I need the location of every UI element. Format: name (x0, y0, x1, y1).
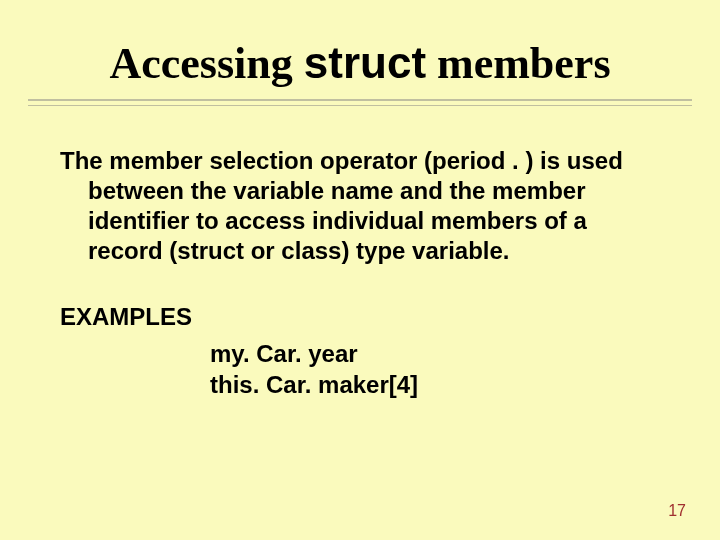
page-number: 17 (668, 502, 686, 520)
example-1: my. Car. year (60, 338, 660, 369)
body-area: The member selection operator (period . … (0, 106, 720, 400)
title-underline (28, 99, 692, 106)
main-paragraph: The member selection operator (period . … (60, 146, 660, 266)
slide: Accessing struct members The member sele… (0, 0, 720, 540)
title-struct-word: struct (304, 38, 426, 87)
examples-label: EXAMPLES (60, 302, 660, 332)
title-pre: Accessing (109, 39, 303, 88)
example-2: this. Car. maker[4] (60, 369, 660, 400)
title-post: members (426, 39, 611, 88)
title-area: Accessing struct members (0, 0, 720, 87)
slide-title: Accessing struct members (40, 40, 680, 87)
